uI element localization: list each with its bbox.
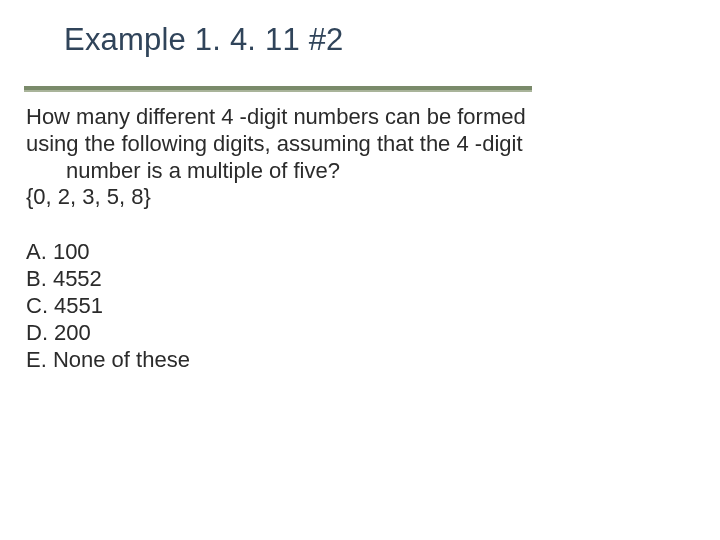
question-line-1: How many different 4 -digit numbers can …	[26, 104, 680, 131]
slide: Example 1. 4. 11 #2 How many different 4…	[0, 0, 720, 540]
title-underline	[24, 86, 532, 90]
option-d: D. 200	[26, 320, 680, 347]
option-c: C. 4551	[26, 293, 680, 320]
question-line-2: using the following digits, assuming tha…	[26, 131, 680, 158]
slide-title: Example 1. 4. 11 #2	[64, 22, 720, 58]
answer-options: A. 100 B. 4552 C. 4551 D. 200 E. None of…	[26, 239, 680, 373]
option-a: A. 100	[26, 239, 680, 266]
question-digit-set: {0, 2, 3, 5, 8}	[26, 184, 680, 211]
option-b: B. 4552	[26, 266, 680, 293]
slide-body: How many different 4 -digit numbers can …	[0, 90, 720, 373]
question-line-3: number is a multiple of five?	[26, 158, 680, 185]
title-area: Example 1. 4. 11 #2	[0, 0, 720, 58]
question-text: How many different 4 -digit numbers can …	[26, 104, 680, 211]
option-e: E. None of these	[26, 347, 680, 374]
